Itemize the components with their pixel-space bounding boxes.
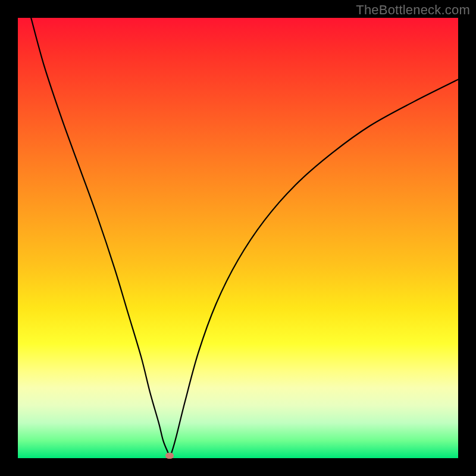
plot-area [18, 18, 458, 458]
bottleneck-curve [18, 18, 458, 458]
watermark-text: TheBottleneck.com [356, 2, 470, 18]
optimum-marker [165, 453, 174, 459]
chart-frame: TheBottleneck.com [0, 0, 476, 476]
